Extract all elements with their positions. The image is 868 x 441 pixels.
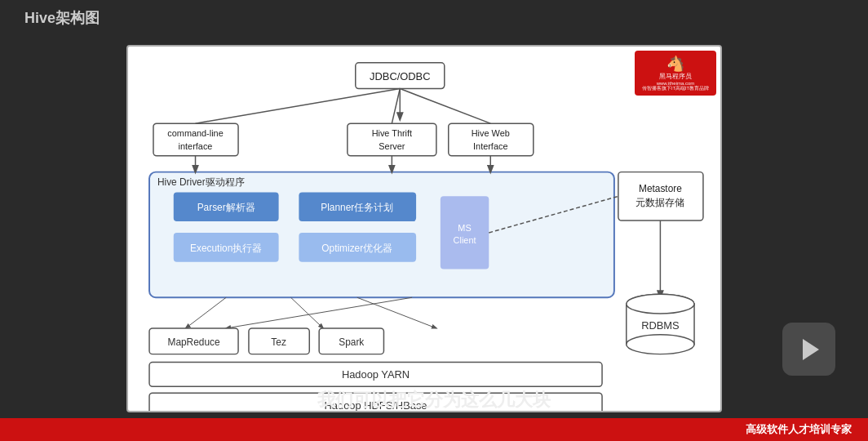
svg-text:Server: Server — [379, 141, 405, 151]
brand-icon: 🐴 — [666, 55, 684, 73]
svg-rect-17 — [174, 192, 279, 221]
page-title: Hive架构图 — [24, 8, 100, 28]
svg-rect-15 — [149, 172, 614, 298]
play-icon — [803, 339, 819, 360]
svg-rect-49 — [319, 328, 383, 354]
svg-rect-45 — [149, 328, 238, 354]
svg-text:Client: Client — [454, 235, 476, 245]
brand-tagline: 传智播客旗下IT高端IT教育品牌 — [642, 86, 709, 91]
svg-text:Planner任务计划: Planner任务计划 — [321, 202, 393, 213]
svg-rect-23 — [299, 233, 416, 262]
svg-point-33 — [627, 294, 694, 314]
svg-text:Hive Web: Hive Web — [472, 128, 510, 138]
svg-line-44 — [226, 297, 412, 328]
diagram-svg: JDBC/ODBC command-line interface Hive Th… — [128, 47, 720, 411]
svg-text:Optimizer优化器: Optimizer优化器 — [321, 243, 392, 254]
svg-text:Interface: Interface — [473, 141, 507, 151]
svg-line-43 — [357, 297, 436, 328]
bottom-bar-text: 高级软件人才培训专家 — [746, 422, 852, 437]
svg-text:MapReduce: MapReduce — [168, 336, 220, 348]
svg-rect-0 — [356, 63, 445, 89]
svg-rect-3 — [153, 123, 238, 156]
svg-text:interface: interface — [179, 141, 213, 151]
main-area: Hive架构图 🐴 黑马程序员 www.itheima.com 传智播客旗下IT… — [0, 0, 868, 441]
svg-text:Hive Thrift: Hive Thrift — [372, 128, 412, 138]
svg-rect-25 — [441, 196, 489, 269]
subtitle: 我们可以把它分为这么几大块 — [0, 388, 868, 412]
svg-text:Parser解析器: Parser解析器 — [197, 202, 255, 213]
svg-rect-9 — [449, 123, 534, 156]
brand-name: 黑马程序员 — [659, 73, 692, 81]
svg-text:command-line: command-line — [167, 128, 223, 138]
svg-rect-28 — [618, 172, 703, 220]
svg-point-36 — [627, 294, 694, 314]
svg-point-35 — [627, 335, 694, 354]
svg-text:MS: MS — [458, 223, 471, 233]
svg-text:JDBC/ODBC: JDBC/ODBC — [370, 70, 430, 82]
play-button[interactable] — [782, 323, 835, 376]
svg-line-41 — [186, 297, 227, 328]
svg-text:元数据存储: 元数据存储 — [636, 197, 684, 208]
svg-rect-19 — [299, 192, 416, 221]
svg-text:Spark: Spark — [339, 336, 364, 348]
svg-rect-6 — [348, 123, 436, 156]
diagram-container: 🐴 黑马程序员 www.itheima.com 传智播客旗下IT高端IT教育品牌… — [126, 45, 722, 412]
svg-text:Metastore: Metastore — [639, 183, 682, 194]
svg-line-42 — [290, 297, 323, 328]
svg-text:Hadoop YARN: Hadoop YARN — [342, 368, 410, 381]
svg-line-31 — [489, 196, 618, 233]
svg-rect-47 — [249, 328, 309, 354]
bottom-bar: 高级软件人才培训专家 — [0, 418, 868, 441]
svg-rect-21 — [174, 233, 279, 262]
svg-text:RDBMS: RDBMS — [641, 319, 680, 332]
svg-text:Hive Driver驱动程序: Hive Driver驱动程序 — [157, 176, 245, 188]
svg-rect-51 — [149, 363, 602, 387]
brand-logo: 🐴 黑马程序员 www.itheima.com 传智播客旗下IT高端IT教育品牌 — [635, 51, 716, 96]
svg-line-14 — [400, 89, 490, 124]
svg-text:Tez: Tez — [271, 336, 286, 348]
svg-rect-34 — [627, 304, 694, 345]
svg-text:Execution执行器: Execution执行器 — [190, 243, 262, 254]
svg-line-12 — [196, 89, 401, 124]
svg-line-13 — [392, 89, 400, 124]
